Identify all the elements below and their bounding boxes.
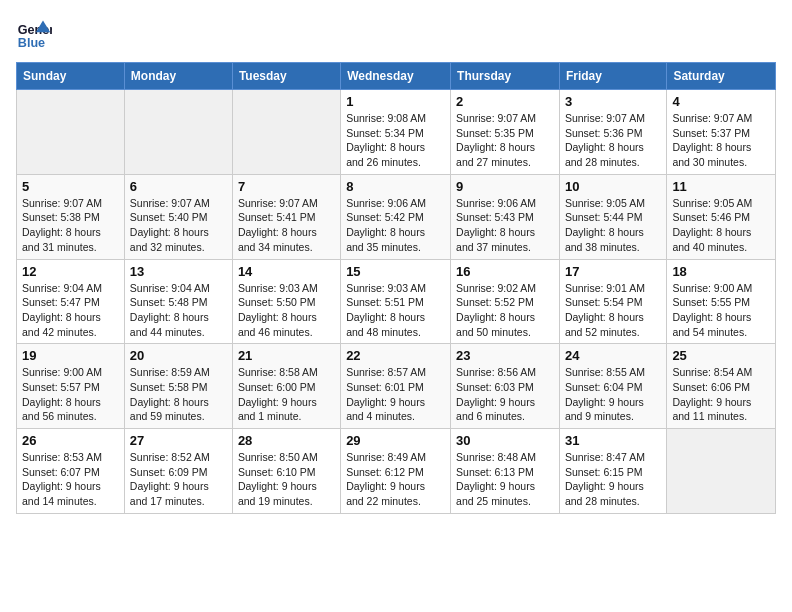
day-header-friday: Friday [559,63,666,90]
day-info: Sunrise: 8:50 AM Sunset: 6:10 PM Dayligh… [238,450,335,509]
calendar-cell: 9Sunrise: 9:06 AM Sunset: 5:43 PM Daylig… [451,174,560,259]
day-header-thursday: Thursday [451,63,560,90]
day-info: Sunrise: 8:56 AM Sunset: 6:03 PM Dayligh… [456,365,554,424]
day-info: Sunrise: 8:54 AM Sunset: 6:06 PM Dayligh… [672,365,770,424]
calendar-cell: 14Sunrise: 9:03 AM Sunset: 5:50 PM Dayli… [232,259,340,344]
day-number: 9 [456,179,554,194]
day-info: Sunrise: 9:00 AM Sunset: 5:55 PM Dayligh… [672,281,770,340]
day-number: 27 [130,433,227,448]
calendar-cell: 31Sunrise: 8:47 AM Sunset: 6:15 PM Dayli… [559,429,666,514]
day-info: Sunrise: 9:02 AM Sunset: 5:52 PM Dayligh… [456,281,554,340]
day-number: 11 [672,179,770,194]
calendar-cell: 4Sunrise: 9:07 AM Sunset: 5:37 PM Daylig… [667,90,776,175]
day-info: Sunrise: 8:55 AM Sunset: 6:04 PM Dayligh… [565,365,661,424]
day-info: Sunrise: 8:53 AM Sunset: 6:07 PM Dayligh… [22,450,119,509]
calendar-cell: 13Sunrise: 9:04 AM Sunset: 5:48 PM Dayli… [124,259,232,344]
day-number: 15 [346,264,445,279]
week-row-2: 5Sunrise: 9:07 AM Sunset: 5:38 PM Daylig… [17,174,776,259]
day-info: Sunrise: 9:03 AM Sunset: 5:51 PM Dayligh… [346,281,445,340]
calendar-cell: 19Sunrise: 9:00 AM Sunset: 5:57 PM Dayli… [17,344,125,429]
calendar-cell [124,90,232,175]
day-info: Sunrise: 9:07 AM Sunset: 5:41 PM Dayligh… [238,196,335,255]
day-info: Sunrise: 9:07 AM Sunset: 5:35 PM Dayligh… [456,111,554,170]
calendar-cell: 2Sunrise: 9:07 AM Sunset: 5:35 PM Daylig… [451,90,560,175]
day-info: Sunrise: 9:07 AM Sunset: 5:40 PM Dayligh… [130,196,227,255]
calendar-cell: 15Sunrise: 9:03 AM Sunset: 5:51 PM Dayli… [341,259,451,344]
calendar-cell: 27Sunrise: 8:52 AM Sunset: 6:09 PM Dayli… [124,429,232,514]
day-header-tuesday: Tuesday [232,63,340,90]
day-number: 22 [346,348,445,363]
week-row-5: 26Sunrise: 8:53 AM Sunset: 6:07 PM Dayli… [17,429,776,514]
day-header-saturday: Saturday [667,63,776,90]
calendar-cell: 11Sunrise: 9:05 AM Sunset: 5:46 PM Dayli… [667,174,776,259]
day-number: 10 [565,179,661,194]
day-info: Sunrise: 9:07 AM Sunset: 5:36 PM Dayligh… [565,111,661,170]
calendar-cell: 21Sunrise: 8:58 AM Sunset: 6:00 PM Dayli… [232,344,340,429]
day-number: 19 [22,348,119,363]
day-number: 29 [346,433,445,448]
day-number: 20 [130,348,227,363]
calendar-cell: 5Sunrise: 9:07 AM Sunset: 5:38 PM Daylig… [17,174,125,259]
logo-icon: General Blue [16,16,52,52]
calendar-cell [17,90,125,175]
calendar-cell: 3Sunrise: 9:07 AM Sunset: 5:36 PM Daylig… [559,90,666,175]
day-info: Sunrise: 9:07 AM Sunset: 5:37 PM Dayligh… [672,111,770,170]
calendar-cell: 1Sunrise: 9:08 AM Sunset: 5:34 PM Daylig… [341,90,451,175]
calendar-cell [232,90,340,175]
day-info: Sunrise: 8:48 AM Sunset: 6:13 PM Dayligh… [456,450,554,509]
day-info: Sunrise: 8:57 AM Sunset: 6:01 PM Dayligh… [346,365,445,424]
day-info: Sunrise: 9:06 AM Sunset: 5:42 PM Dayligh… [346,196,445,255]
day-info: Sunrise: 9:06 AM Sunset: 5:43 PM Dayligh… [456,196,554,255]
calendar-cell: 29Sunrise: 8:49 AM Sunset: 6:12 PM Dayli… [341,429,451,514]
calendar-cell: 30Sunrise: 8:48 AM Sunset: 6:13 PM Dayli… [451,429,560,514]
day-number: 4 [672,94,770,109]
calendar-cell: 26Sunrise: 8:53 AM Sunset: 6:07 PM Dayli… [17,429,125,514]
day-info: Sunrise: 8:47 AM Sunset: 6:15 PM Dayligh… [565,450,661,509]
day-number: 8 [346,179,445,194]
day-number: 14 [238,264,335,279]
day-number: 6 [130,179,227,194]
calendar-cell: 10Sunrise: 9:05 AM Sunset: 5:44 PM Dayli… [559,174,666,259]
day-info: Sunrise: 9:07 AM Sunset: 5:38 PM Dayligh… [22,196,119,255]
day-number: 1 [346,94,445,109]
calendar-cell: 23Sunrise: 8:56 AM Sunset: 6:03 PM Dayli… [451,344,560,429]
svg-text:Blue: Blue [18,36,45,50]
day-number: 3 [565,94,661,109]
day-info: Sunrise: 9:05 AM Sunset: 5:46 PM Dayligh… [672,196,770,255]
calendar-table: SundayMondayTuesdayWednesdayThursdayFrid… [16,62,776,514]
week-row-4: 19Sunrise: 9:00 AM Sunset: 5:57 PM Dayli… [17,344,776,429]
day-number: 12 [22,264,119,279]
calendar-cell: 17Sunrise: 9:01 AM Sunset: 5:54 PM Dayli… [559,259,666,344]
day-number: 23 [456,348,554,363]
calendar-cell: 8Sunrise: 9:06 AM Sunset: 5:42 PM Daylig… [341,174,451,259]
day-info: Sunrise: 9:00 AM Sunset: 5:57 PM Dayligh… [22,365,119,424]
calendar-cell: 18Sunrise: 9:00 AM Sunset: 5:55 PM Dayli… [667,259,776,344]
day-number: 30 [456,433,554,448]
day-number: 2 [456,94,554,109]
day-number: 16 [456,264,554,279]
day-info: Sunrise: 8:59 AM Sunset: 5:58 PM Dayligh… [130,365,227,424]
logo: General Blue [16,16,56,52]
day-number: 24 [565,348,661,363]
day-info: Sunrise: 9:04 AM Sunset: 5:48 PM Dayligh… [130,281,227,340]
day-number: 26 [22,433,119,448]
week-row-3: 12Sunrise: 9:04 AM Sunset: 5:47 PM Dayli… [17,259,776,344]
calendar-cell: 20Sunrise: 8:59 AM Sunset: 5:58 PM Dayli… [124,344,232,429]
calendar-cell [667,429,776,514]
day-number: 13 [130,264,227,279]
day-number: 21 [238,348,335,363]
calendar-cell: 7Sunrise: 9:07 AM Sunset: 5:41 PM Daylig… [232,174,340,259]
calendar-cell: 25Sunrise: 8:54 AM Sunset: 6:06 PM Dayli… [667,344,776,429]
day-number: 17 [565,264,661,279]
day-number: 28 [238,433,335,448]
day-header-sunday: Sunday [17,63,125,90]
calendar-cell: 22Sunrise: 8:57 AM Sunset: 6:01 PM Dayli… [341,344,451,429]
day-info: Sunrise: 9:04 AM Sunset: 5:47 PM Dayligh… [22,281,119,340]
day-number: 5 [22,179,119,194]
days-header-row: SundayMondayTuesdayWednesdayThursdayFrid… [17,63,776,90]
day-info: Sunrise: 8:58 AM Sunset: 6:00 PM Dayligh… [238,365,335,424]
day-number: 18 [672,264,770,279]
week-row-1: 1Sunrise: 9:08 AM Sunset: 5:34 PM Daylig… [17,90,776,175]
day-info: Sunrise: 9:08 AM Sunset: 5:34 PM Dayligh… [346,111,445,170]
calendar-cell: 24Sunrise: 8:55 AM Sunset: 6:04 PM Dayli… [559,344,666,429]
